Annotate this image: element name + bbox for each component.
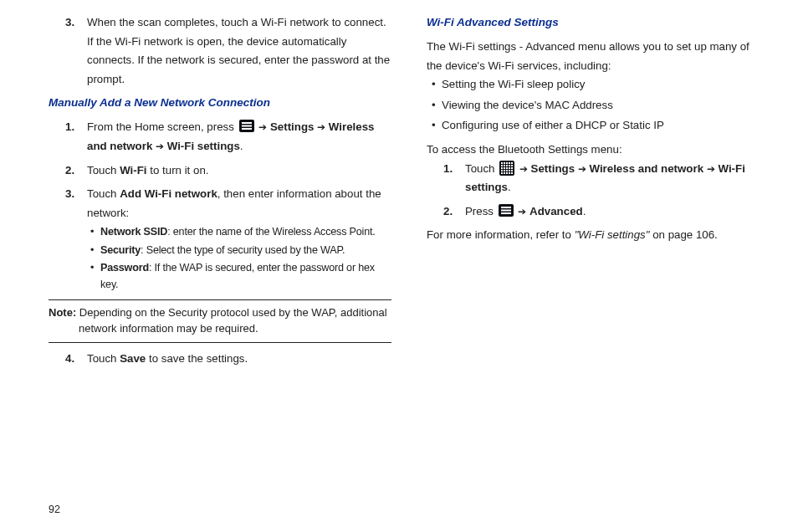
manual-step-4: Touch Save to save the settings. <box>87 350 391 369</box>
note-box: Note: Depending on the Security protocol… <box>49 299 391 343</box>
left-column: When the scan completes, touch a Wi-Fi n… <box>49 13 391 497</box>
manual-step-2: Touch Wi-Fi to turn it on. <box>87 161 391 181</box>
advanced-step-2: Press ➔ Advanced. <box>465 202 763 222</box>
settings-label: Settings <box>531 162 575 175</box>
apps-icon <box>499 161 514 176</box>
arrow-icon: ➔ <box>519 163 528 175</box>
ssid-desc: : enter the name of the Wireless Access … <box>167 226 375 238</box>
add-wifi-label: Add Wi-Fi network <box>120 187 217 200</box>
step-text: Touch <box>465 162 498 175</box>
list-item: Setting the Wi-Fi sleep policy <box>433 75 763 95</box>
arrow-icon: ➔ <box>156 141 164 152</box>
more-info-ref: For more information, refer to "Wi-Fi se… <box>427 226 763 245</box>
step-text: Press <box>465 205 497 217</box>
list-item: Network SSID: enter the name of the Wire… <box>100 224 391 241</box>
security-desc: : Select the type of security used by th… <box>141 244 345 256</box>
page-number: 92 <box>49 497 765 515</box>
period: . <box>583 205 586 217</box>
step-text: to save the settings. <box>146 352 248 365</box>
list-item: Password: If the WAP is secured, enter t… <box>100 260 391 293</box>
security-label: Security <box>100 244 141 256</box>
arrow-icon: ➔ <box>317 121 325 133</box>
advanced-bullets: Setting the Wi-Fi sleep policy Viewing t… <box>427 75 763 136</box>
ref-title: "Wi-Fi settings" <box>575 228 653 241</box>
menu-icon <box>499 204 514 217</box>
step-text: Touch <box>87 187 120 200</box>
advanced-intro: The Wi-Fi settings - Advanced menu allow… <box>427 38 763 75</box>
note-body: Note: Depending on the Security protocol… <box>49 305 391 337</box>
advanced-heading: Wi-Fi Advanced Settings <box>427 13 763 33</box>
arrow-icon: ➔ <box>578 163 586 175</box>
note-label: Note: <box>49 306 76 319</box>
password-label: Password <box>100 262 149 274</box>
advanced-step-1: Touch ➔ Settings ➔ Wireless and network … <box>465 160 763 197</box>
advanced-steps: Touch ➔ Settings ➔ Wireless and network … <box>427 160 763 222</box>
scan-complete-step: When the scan completes, touch a Wi-Fi n… <box>87 13 391 89</box>
manual-add-steps-cont: Touch Save to save the settings. <box>49 350 391 369</box>
ref-page: on page 106. <box>652 228 718 241</box>
manual-add-heading: Manually Add a New Network Connection <box>49 94 391 113</box>
page: When the scan completes, touch a Wi-Fi n… <box>0 0 798 532</box>
arrow-icon: ➔ <box>707 163 715 175</box>
step-text: When the scan completes, touch a Wi-Fi n… <box>87 16 390 85</box>
arrow-icon: ➔ <box>518 206 526 217</box>
continuing-steps: When the scan completes, touch a Wi-Fi n… <box>49 13 391 89</box>
advanced-label: Advanced <box>529 205 583 217</box>
period: . <box>508 181 511 193</box>
list-item: Security: Select the type of security us… <box>100 243 391 259</box>
wifi-label: Wi-Fi <box>120 164 146 176</box>
manual-step-3: Touch Add Wi-Fi network, then enter info… <box>87 185 391 293</box>
manual-step-1: From the Home screen, press ➔ Settings ➔… <box>87 118 391 156</box>
step-text: Touch <box>87 164 120 176</box>
step-text: Touch <box>87 352 120 365</box>
list-item: Configuring use of either a DHCP or Stat… <box>433 116 763 136</box>
save-label: Save <box>120 352 146 365</box>
note-text: Depending on the Security protocol used … <box>76 306 386 335</box>
ref-text: For more information, refer to <box>427 228 575 241</box>
manual-add-steps: From the Home screen, press ➔ Settings ➔… <box>49 118 391 293</box>
period: . <box>240 140 243 152</box>
network-fields-list: Network SSID: enter the name of the Wire… <box>87 224 391 293</box>
right-column: Wi-Fi Advanced Settings The Wi-Fi settin… <box>427 13 763 497</box>
arrow-icon: ➔ <box>258 121 267 133</box>
columns: When the scan completes, touch a Wi-Fi n… <box>49 13 765 497</box>
wireless-label: Wireless and network <box>589 162 703 175</box>
step-text: to turn it on. <box>147 164 209 176</box>
list-item: Viewing the device's MAC Address <box>433 96 763 115</box>
access-intro: To access the Bluetooth Settings menu: <box>427 141 763 160</box>
ssid-label: Network SSID <box>100 226 167 238</box>
step-text: From the Home screen, press <box>87 120 238 133</box>
wifi-settings-label: Wi-Fi settings <box>167 140 240 152</box>
settings-label: Settings <box>270 120 314 133</box>
menu-icon <box>239 120 254 132</box>
